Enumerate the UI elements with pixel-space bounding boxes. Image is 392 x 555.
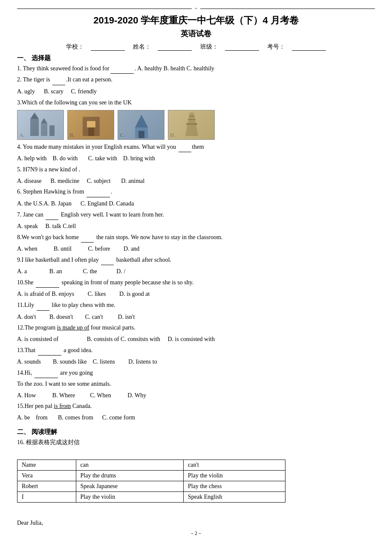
q7-blank — [46, 210, 58, 220]
row2-can: Speak Japanese — [76, 481, 183, 492]
question-1: 1. They think seaweed food is food for .… — [17, 64, 375, 74]
q14-blank — [35, 368, 58, 378]
q10-options: A. is afraid of B. enjoys C. likes D. is… — [17, 289, 375, 299]
question-4: 4. You made many mistakes in your Englis… — [17, 142, 375, 152]
school-label: 学校： — [66, 43, 84, 50]
q4-options: A. help with B. do with C. take with D. … — [17, 153, 375, 164]
row3-cant: Speak English — [184, 492, 285, 503]
svg-rect-18 — [189, 116, 194, 117]
q10-blank — [36, 278, 59, 288]
row3-name: I — [17, 492, 76, 503]
table-header-row: Name can can't — [17, 460, 285, 471]
question-15: 15.Her pen pal is from Canada. — [17, 402, 375, 411]
svg-rect-1 — [30, 119, 39, 136]
row2-name: Robert — [17, 481, 76, 492]
q7-options: A. speak B. talk C.tell — [17, 221, 375, 231]
row2-cant: Play the chess — [184, 481, 285, 492]
ability-table: Name can can't Vera Play the drums Play … — [17, 460, 285, 503]
q1-blank — [110, 64, 134, 74]
table-row: Vera Play the drums Play the violin — [17, 471, 285, 481]
q5-options: A. disease B. medicine C. subject D. ani… — [17, 176, 375, 186]
page-number-bottom: －2－ — [17, 530, 375, 537]
section1-title: 一、 选择题 — [17, 54, 375, 62]
row1-name: Vera — [17, 471, 76, 481]
q11-options: A. don't B. doesn't C. can't D. isn't — [17, 312, 375, 322]
q14-response: To the zoo. I want to see some animals. — [17, 379, 375, 389]
question-7: 7. Jane can English very well. I want to… — [17, 210, 375, 220]
section2: 二、 阅读理解 16. 根据表格完成这封信 Name can can't Ver… — [17, 428, 375, 526]
svg-rect-8 — [87, 121, 95, 127]
q12-underline: is made up of — [57, 324, 89, 331]
svg-rect-16 — [186, 123, 197, 125]
class-field[interactable] — [225, 43, 259, 51]
question-8: 8.We won't go back home the rain stops. … — [17, 233, 375, 243]
dear-line: Dear Julia, — [17, 520, 375, 526]
q12-options: A. is consisted of B. consists of C. con… — [17, 334, 375, 344]
question-3: 3.Which of the following can you see in … — [17, 98, 375, 107]
q1-num: 1. They think seaweed food is food for — [17, 65, 110, 72]
question-14: 14.Hi, are you going — [17, 368, 375, 378]
col-cant-header: can't — [184, 460, 285, 471]
image-c: C. — [118, 110, 164, 140]
col-name-header: Name — [17, 460, 76, 471]
question-6: 6. Stephen Hawking is from . — [17, 187, 375, 197]
q13-blank — [38, 346, 61, 356]
exam-title-sub: 英语试卷 — [17, 29, 375, 39]
name-label: 姓名： — [133, 43, 151, 50]
table-row: I Play the violin Speak English — [17, 492, 285, 503]
q9-options: A. a B. an C. the D. / — [17, 266, 375, 277]
row1-cant: Play the violin — [184, 471, 285, 481]
q15-options: A. be from B. comes from C. come form — [17, 413, 375, 423]
q16-label: 16. 根据表格完成这封信 — [17, 438, 375, 447]
question-13: 13.That a good idea. — [17, 346, 375, 356]
class-label: 班级： — [200, 43, 218, 50]
q8-blank — [81, 233, 94, 243]
q11-blank — [37, 301, 49, 310]
q6-blank — [86, 187, 110, 197]
q6-options: A. the U.S.A. B. Japan C. England D. Can… — [17, 199, 375, 209]
q8-options: A. when B. until C. before D. and — [17, 244, 375, 254]
image-d: D. — [168, 110, 215, 140]
svg-rect-3 — [41, 123, 47, 136]
exam-info-line: 学校： 姓名： 班级： 考号： — [17, 43, 375, 51]
svg-rect-5 — [49, 125, 55, 136]
svg-rect-9 — [88, 127, 94, 136]
q9-blank — [101, 255, 114, 265]
q2-options: A. ugly B. scary C. friendly — [17, 87, 375, 97]
image-a: A. — [17, 110, 64, 140]
row3-can: Play the violin — [76, 492, 183, 503]
number-field[interactable] — [292, 43, 326, 51]
question-9: 9.I like basketball and I often play bas… — [17, 255, 375, 265]
q13-options: A. sounds B. sounds like C. listens D. l… — [17, 357, 375, 367]
section2-title: 二、 阅读理解 — [17, 428, 375, 436]
question-2: 2. The tiger is .It can eat a person. — [17, 75, 375, 85]
table-row: Robert Speak Japanese Play the chess — [17, 481, 285, 492]
col-can-header: can — [76, 460, 183, 471]
svg-rect-13 — [138, 131, 144, 138]
question-5: 5. H7N9 is a new kind of . — [17, 165, 375, 174]
row1-can: Play the drums — [76, 471, 183, 481]
question-12: 12.The program is made up of four musica… — [17, 323, 375, 332]
name-field[interactable] — [158, 43, 192, 51]
q4-blank — [179, 142, 191, 152]
svg-rect-17 — [188, 119, 196, 120]
question-10: 10.She speaking in front of many people … — [17, 278, 375, 288]
question-11: 11.Lily like to play chess with me. — [17, 301, 375, 310]
q14-options: A. How B. Where C. When D. Why — [17, 390, 375, 401]
image-b: B. — [67, 110, 114, 140]
q15-underline: is from — [54, 403, 71, 409]
q3-images: A. B. C. D. — [17, 110, 375, 140]
top-divider — [17, 9, 375, 9]
svg-rect-0 — [17, 110, 64, 140]
number-label: 考号： — [267, 43, 285, 50]
q2-blank — [52, 75, 65, 85]
school-field[interactable] — [91, 43, 125, 51]
exam-title-main: 2019-2020 学年度重庆一中七年级（下）4 月考卷 — [17, 14, 375, 27]
